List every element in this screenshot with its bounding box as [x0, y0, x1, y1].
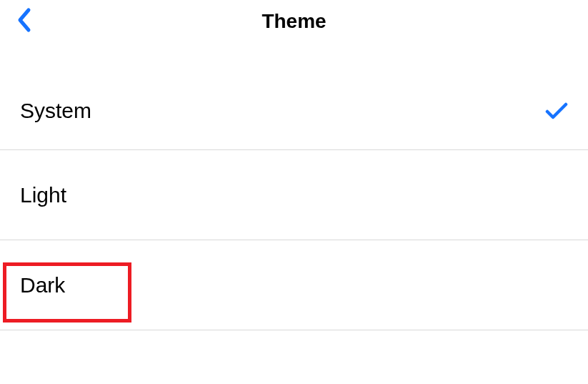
- chevron-left-icon: [16, 7, 31, 36]
- page-title: Theme: [261, 10, 326, 33]
- theme-option-dark[interactable]: Dark: [0, 240, 588, 330]
- checkmark-icon: [545, 102, 568, 119]
- option-label: System: [20, 99, 91, 123]
- header: Theme: [0, 0, 588, 43]
- option-label: Dark: [20, 273, 65, 297]
- theme-option-system[interactable]: System: [0, 72, 588, 150]
- back-button[interactable]: [16, 7, 31, 36]
- theme-options-list: System Light Dark: [0, 72, 588, 330]
- option-label: Light: [20, 183, 66, 207]
- theme-option-light[interactable]: Light: [0, 150, 588, 240]
